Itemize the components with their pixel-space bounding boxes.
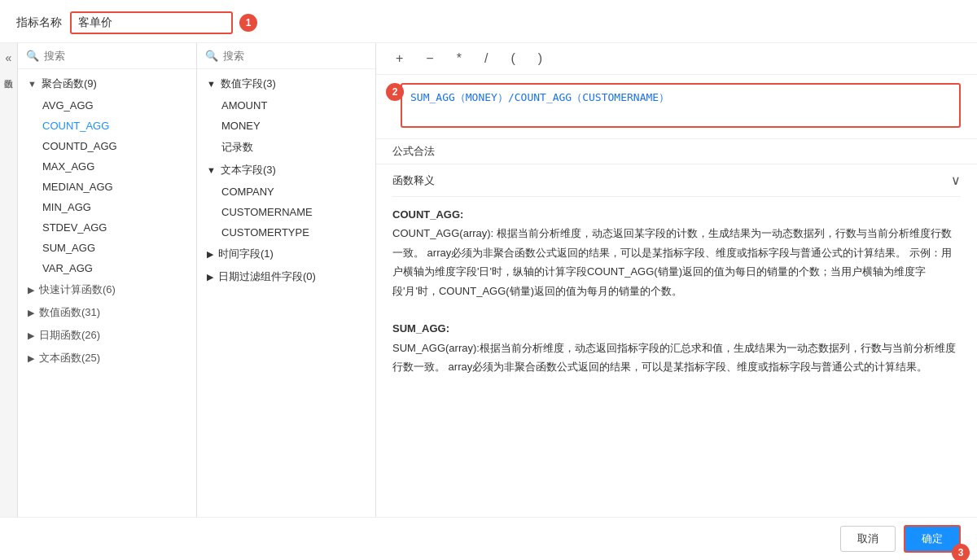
func-item-max[interactable]: MAX_AGG: [18, 156, 196, 177]
field-group-text-label: 文本字段(3): [221, 163, 276, 177]
toolbar: + − * / ( ): [376, 43, 977, 75]
btn-rparen[interactable]: ): [535, 50, 545, 68]
field-arrow-text: ▼: [207, 165, 216, 175]
header-row: 指标名称 1: [0, 0, 977, 43]
func-group-label: 聚合函数(9): [42, 77, 97, 91]
func-group-date-label: 日期函数(26): [39, 328, 100, 343]
btn-divide[interactable]: /: [481, 50, 491, 68]
badge-3: 3: [952, 544, 970, 561]
func-item-countd[interactable]: COUNTD_AGG: [18, 136, 196, 156]
func-item-var[interactable]: VAR_AGG: [18, 258, 196, 278]
func-item-stdev[interactable]: STDEV_AGG: [18, 217, 196, 238]
field-group-time[interactable]: ▶ 时间字段(1): [197, 243, 375, 265]
func-def-title: 函数释义: [392, 173, 435, 188]
func-search-icon: 🔍: [26, 50, 39, 62]
func-group-date[interactable]: ▶ 日期函数(26): [18, 324, 196, 347]
field-group-datefilter[interactable]: ▶ 日期过滤组件字段(0): [197, 265, 375, 288]
btn-plus[interactable]: +: [392, 50, 406, 68]
arrow-right-icon4: ▶: [28, 353, 34, 364]
field-group-time-label: 时间字段(1): [218, 247, 274, 261]
func-group-text[interactable]: ▶ 文本函数(25): [18, 347, 196, 370]
btn-lparen[interactable]: (: [507, 50, 518, 68]
footer: 取消 确定 3: [0, 517, 977, 559]
func-item-count[interactable]: COUNT_AGG: [18, 116, 196, 136]
func-item-min[interactable]: MIN_AGG: [18, 197, 196, 217]
expr-panel: + − * / ( ) 2 SUM_AGG（MONEY）/COUNT_AGG（C…: [376, 43, 977, 517]
field-item-company[interactable]: COMPANY: [197, 182, 375, 202]
field-group-text[interactable]: ▼ 文本字段(3): [197, 159, 375, 182]
func-item-sum[interactable]: SUM_AGG: [18, 238, 196, 258]
func-group-aggregate[interactable]: ▼ 聚合函数(9): [18, 72, 196, 95]
func-group-number[interactable]: ▶ 数值函数(31): [18, 301, 196, 324]
func-panel: 🔍 ▼ 聚合函数(9) AVG_AGG COUNT_AGG COUNTD_AGG…: [18, 43, 197, 517]
func-item-median[interactable]: MEDIAN_AGG: [18, 177, 196, 197]
arrow-right-icon3: ▶: [28, 330, 34, 341]
field-list: ▼ 数值字段(3) AMOUNT MONEY 记录数 ▼ 文本字段(3) COM…: [197, 69, 375, 517]
header-label: 指标名称: [16, 15, 62, 30]
func-group-quick[interactable]: ▶ 快速计算函数(6): [18, 278, 196, 301]
badge-2: 2: [386, 83, 404, 101]
field-arrow-datefilter: ▶: [207, 272, 213, 282]
arrow-right-icon: ▶: [28, 285, 34, 295]
btn-multiply[interactable]: *: [453, 50, 465, 68]
badge-1: 1: [239, 14, 257, 32]
formula-status: 公式合法: [376, 139, 977, 164]
field-item-amount[interactable]: AMOUNT: [197, 95, 375, 116]
arrow-down-icon: ▼: [28, 79, 37, 89]
collapse-icon: «: [6, 51, 12, 64]
func-group-text-label: 文本函数(25): [39, 351, 100, 365]
field-item-records[interactable]: 记录数: [197, 136, 375, 159]
arrow-right-icon2: ▶: [28, 308, 34, 318]
sidebar-toggle[interactable]: « 函数: [0, 43, 18, 517]
confirm-button-wrap: 确定 3: [904, 525, 961, 553]
field-group-numeric-label: 数值字段(3): [221, 77, 276, 91]
func-item-avg[interactable]: AVG_AGG: [18, 95, 196, 116]
btn-minus[interactable]: −: [423, 50, 436, 68]
func-def-section: 函数释义 ∨ COUNT_AGG: COUNT_AGG(array): 根据当前…: [376, 164, 977, 517]
main-area: « 函数 🔍 ▼ 聚合函数(9) AVG_AGG COUNT_AGG COUNT…: [0, 43, 977, 517]
field-item-money[interactable]: MONEY: [197, 116, 375, 136]
func-def-content: COUNT_AGG: COUNT_AGG(array): 根据当前分析维度，动态…: [392, 197, 961, 385]
metric-name-input[interactable]: [70, 11, 233, 34]
field-search-input[interactable]: [223, 50, 367, 62]
func-list: ▼ 聚合函数(9) AVG_AGG COUNT_AGG COUNTD_AGG M…: [18, 69, 196, 517]
func-group-quick-label: 快速计算函数(6): [39, 282, 116, 297]
field-item-customertype[interactable]: CUSTOMERTYPE: [197, 222, 375, 243]
field-item-customername[interactable]: CUSTOMERNAME: [197, 202, 375, 222]
func-search-input[interactable]: [44, 50, 188, 62]
field-group-numeric[interactable]: ▼ 数值字段(3): [197, 72, 375, 95]
field-group-datefilter-label: 日期过滤组件字段(0): [218, 269, 316, 284]
func-def-header[interactable]: 函数释义 ∨: [392, 164, 961, 197]
field-search-icon: 🔍: [205, 50, 218, 62]
cancel-button[interactable]: 取消: [840, 526, 896, 552]
field-arrow-numeric: ▼: [207, 79, 216, 89]
field-panel: 🔍 ▼ 数值字段(3) AMOUNT MONEY 记录数 ▼ 文本字段(3) C…: [197, 43, 376, 517]
func-def-collapse-icon: ∨: [951, 173, 961, 188]
func-search-box: 🔍: [18, 43, 196, 69]
field-search-box: 🔍: [197, 43, 375, 69]
field-arrow-time: ▶: [207, 249, 213, 260]
func-group-number-label: 数值函数(31): [39, 305, 100, 320]
expr-editor-wrap: 2 SUM_AGG（MONEY）/COUNT_AGG（CUSTOMERNAME）: [376, 75, 977, 139]
expression-input[interactable]: SUM_AGG（MONEY）/COUNT_AGG（CUSTOMERNAME）: [401, 83, 961, 128]
